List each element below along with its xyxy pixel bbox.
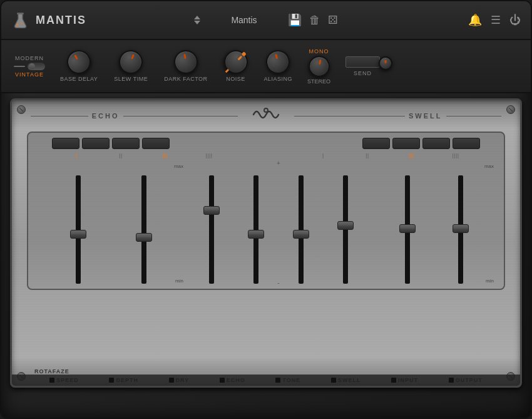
echo-label-item: ECHO [220,377,245,383]
rotafaze-label: ROTAFAZE [34,368,69,375]
send-section: SEND [345,56,380,76]
echo-btn-3[interactable] [112,138,140,149]
swell-buttons [285,138,499,149]
swell-btn-3[interactable] [422,138,450,149]
tone-fader-track[interactable] [299,175,304,284]
speed-fader-handle[interactable] [70,230,86,239]
echo-btn-1[interactable] [52,138,79,149]
center-faders [186,161,371,286]
noise-knob[interactable] [219,45,253,79]
main-panel: ECHO SWELL [10,98,522,388]
dry-fader-handle[interactable] [203,206,220,215]
preset-area: Mantis 💾 🗑 ⚄ [86,13,446,27]
echo-section-label: ECHO [92,112,120,120]
dark-factor-group: DARK FACTOR [164,50,207,82]
base-delay-knob[interactable] [63,46,95,78]
center-fader-zone: + - [186,161,371,286]
inner-panel: I II III IIII I II III IIII max [27,132,505,290]
top-right-icons: 🔔 ☰ ⏻ [446,13,521,27]
input-fader-handle[interactable] [399,224,416,233]
echo-tap-2: II [99,153,143,160]
random-preset-button[interactable]: ⚄ [328,13,338,27]
stereo-knob[interactable] [307,54,331,78]
echo-fader-track[interactable] [253,175,258,284]
echo-btn-4[interactable] [142,138,170,149]
aliasing-knob[interactable] [263,48,293,77]
speed-dot [49,378,54,383]
brand-name: MANTIS [36,14,86,27]
speed-label: SPEED [56,377,79,383]
output-fader-col [437,163,484,284]
dry-label: DRY [176,377,190,383]
tone-dot [275,378,280,383]
depth-fader-handle[interactable] [136,233,152,242]
base-delay-group: BASE DELAY [60,50,98,82]
vintage-label: VINTAGE [15,71,44,78]
swell-tap-3: III [389,153,434,160]
save-preset-button[interactable]: 💾 [288,13,302,27]
echo-btn-2[interactable] [82,138,110,149]
faders-area: max min [33,161,499,286]
preset-down-arrow[interactable] [194,21,200,24]
echo-fader-handle[interactable] [248,230,264,239]
swell-max-label: max [484,163,494,169]
top-bar: MANTIS Mantis 💾 🗑 ⚄ 🔔 ☰ ⏻ [1,1,531,40]
stereo-label: STEREO [307,78,330,85]
slew-time-knob[interactable] [116,47,146,78]
tone-fader-handle[interactable] [293,230,309,239]
notifications-button[interactable]: 🔔 [468,13,482,27]
power-button[interactable]: ⏻ [509,14,521,27]
mono-label: MONO [309,48,329,54]
swell-btn-4[interactable] [453,138,480,149]
svg-point-1 [16,23,19,26]
stereo-section: MONO STEREO [307,48,330,85]
echo-buttons [33,138,247,149]
swell-fader-track[interactable] [343,175,348,284]
output-fader-track[interactable] [458,175,463,284]
dark-factor-knob[interactable] [172,48,200,76]
input-dot [391,378,396,383]
echo-tap-1: I [54,153,99,160]
input-output-faders [371,161,496,286]
swell-tap-4: IIII [434,153,478,160]
output-fader-handle[interactable] [453,224,469,233]
preset-arrows[interactable] [194,16,200,24]
input-label: INPUT [398,377,418,383]
echo-taps: I II III IIII [38,153,247,160]
vintage-modern-section: MODERN VINTAGE [14,55,45,78]
dark-factor-label: DARK FACTOR [164,76,207,82]
minus-label: - [277,279,279,286]
dry-fader-col [191,163,232,284]
echo-max-label: max [174,163,183,169]
swell-label-item: SWELL [331,377,361,383]
output-label-item: OUTPUT [449,377,483,383]
swell-btn-1[interactable] [362,138,390,149]
echo-label: ECHO [227,377,245,383]
depth-fader-track[interactable] [141,175,146,284]
input-label-item: INPUT [391,377,418,383]
output-dot [449,378,454,383]
input-fader-track[interactable] [405,175,410,284]
depth-fader-col [114,163,173,284]
dry-label-item: DRY [169,377,190,383]
svg-point-2 [21,23,23,24]
slew-time-group: SLEW TIME [114,50,148,82]
echo-dot [220,378,225,383]
swell-btn-2[interactable] [392,138,420,149]
delete-preset-button[interactable]: 🗑 [309,14,320,27]
dry-dot [169,378,174,383]
speed-label-item: SPEED [49,377,79,383]
depth-label-item: DEPTH [109,377,138,383]
send-knob[interactable] [378,56,393,71]
swell-fader-handle[interactable] [337,221,354,230]
vintage-modern-toggle[interactable] [28,63,45,70]
flask-icon [11,10,29,30]
speed-fader-track[interactable] [76,175,81,284]
echo-fader-zone: max min [36,161,186,286]
preset-up-arrow[interactable] [194,16,200,19]
depth-dot [109,378,114,383]
aliasing-group: ALIASING [264,50,293,82]
dry-fader-track[interactable] [209,175,214,284]
menu-button[interactable]: ☰ [491,13,501,27]
base-delay-label: BASE DELAY [60,76,98,82]
